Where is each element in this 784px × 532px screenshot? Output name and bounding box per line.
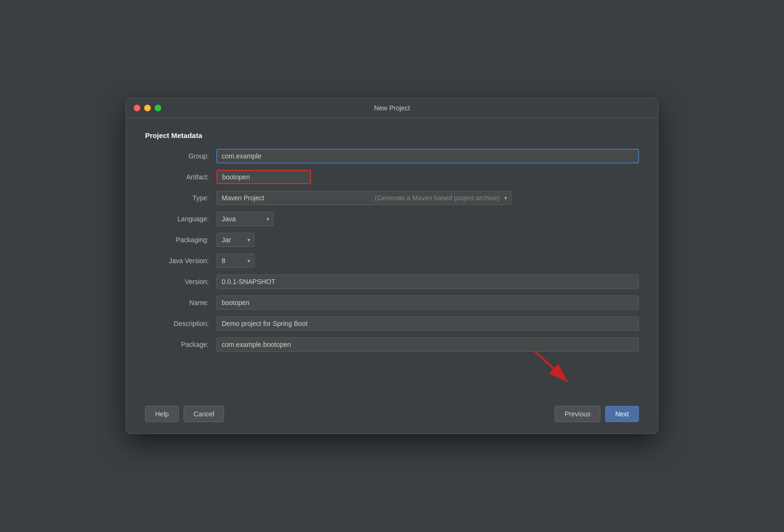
package-field-row: Package: bbox=[145, 337, 639, 352]
new-project-window: New Project Project Metadata Group: Arti… bbox=[126, 98, 658, 434]
packaging-dropdown-icon: ▼ bbox=[246, 237, 251, 243]
group-field-row: Group: bbox=[145, 149, 639, 163]
java-version-value: 8 bbox=[222, 257, 243, 265]
minimize-button[interactable] bbox=[144, 105, 151, 111]
type-secondary: (Generate a Maven based project archive) bbox=[375, 194, 500, 202]
artifact-label: Artifact: bbox=[145, 173, 216, 181]
name-label: Name: bbox=[145, 299, 216, 306]
language-dropdown-icon: ▼ bbox=[265, 217, 270, 222]
previous-button[interactable]: Previous bbox=[555, 406, 600, 422]
type-label: Type: bbox=[145, 194, 216, 202]
version-input[interactable] bbox=[216, 275, 639, 289]
description-input[interactable] bbox=[216, 316, 639, 331]
language-field-row: Language: Java ▼ bbox=[145, 212, 639, 226]
window-controls bbox=[134, 105, 161, 111]
packaging-label: Packaging: bbox=[145, 236, 216, 244]
type-field-row: Type: Maven Project (Generate a Maven ba… bbox=[145, 191, 639, 205]
package-input[interactable] bbox=[216, 337, 639, 352]
description-label: Description: bbox=[145, 320, 216, 327]
artifact-field-row: Artifact: bbox=[145, 170, 639, 184]
type-select[interactable]: Maven Project (Generate a Maven based pr… bbox=[216, 191, 511, 205]
footer: Help Cancel Previous Next bbox=[126, 396, 658, 433]
packaging-field-row: Packaging: Jar ▼ bbox=[145, 233, 639, 247]
footer-right-buttons: Previous Next bbox=[555, 406, 639, 422]
group-label: Group: bbox=[145, 152, 216, 160]
version-label: Version: bbox=[145, 278, 216, 286]
language-label: Language: bbox=[145, 215, 216, 223]
version-field-row: Version: bbox=[145, 275, 639, 289]
artifact-input[interactable] bbox=[216, 170, 311, 184]
packaging-select[interactable]: Jar ▼ bbox=[216, 233, 255, 247]
description-field-row: Description: bbox=[145, 316, 639, 331]
java-version-select[interactable]: 8 ▼ bbox=[216, 254, 255, 268]
group-input[interactable] bbox=[216, 149, 639, 163]
type-value: Maven Project bbox=[222, 194, 372, 202]
maximize-button[interactable] bbox=[155, 105, 161, 111]
close-button[interactable] bbox=[134, 105, 140, 111]
name-input[interactable] bbox=[216, 296, 639, 310]
titlebar: New Project bbox=[126, 99, 658, 118]
window-title: New Project bbox=[374, 104, 410, 112]
language-select[interactable]: Java ▼ bbox=[216, 212, 274, 226]
next-button[interactable]: Next bbox=[605, 406, 639, 422]
help-button[interactable]: Help bbox=[145, 406, 179, 422]
java-version-field-row: Java Version: 8 ▼ bbox=[145, 254, 639, 268]
package-label: Package: bbox=[145, 341, 216, 348]
java-version-dropdown-icon: ▼ bbox=[246, 258, 251, 264]
type-dropdown-icon: ▼ bbox=[503, 196, 508, 201]
language-value: Java bbox=[222, 215, 262, 223]
name-field-row: Name: bbox=[145, 296, 639, 310]
section-title: Project Metadata bbox=[145, 131, 639, 139]
packaging-value: Jar bbox=[222, 236, 243, 244]
form-content: Project Metadata Group: Artifact: Type: … bbox=[126, 118, 658, 368]
java-version-label: Java Version: bbox=[145, 257, 216, 265]
cancel-button[interactable]: Cancel bbox=[184, 406, 225, 422]
footer-left-buttons: Help Cancel bbox=[145, 406, 224, 422]
